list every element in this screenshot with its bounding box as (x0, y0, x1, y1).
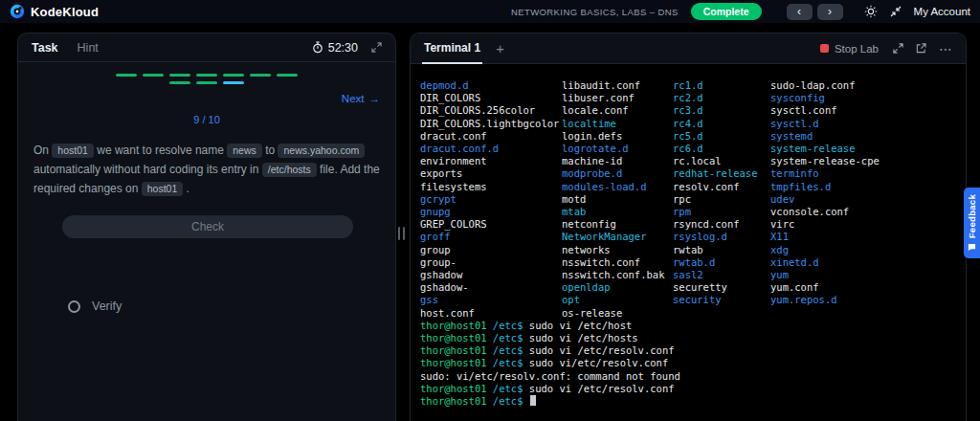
ls-entry: vconsole.conf (770, 206, 880, 218)
ls-entry: group (420, 244, 562, 256)
progress-dash (250, 74, 271, 77)
ls-entry: system-release-cpe (770, 155, 880, 167)
inline-code-chip: news.yahoo.com (278, 144, 365, 158)
ls-entry: host.conf (420, 307, 562, 320)
ls-entry: rc3.d (673, 104, 770, 117)
inline-code-chip: host01 (52, 144, 94, 158)
ls-entry: yum (770, 269, 880, 281)
ls-column: depmod.dDIR_COLORSDIR_COLORS.256colorDIR… (420, 79, 562, 320)
prev-question-button[interactable]: ‹ (787, 4, 813, 20)
progress-dash (169, 74, 190, 77)
stop-icon (820, 44, 829, 53)
arrow-right-icon: → (369, 93, 381, 104)
ls-entry: dracut.conf.d (420, 143, 562, 155)
add-terminal-button[interactable]: + (496, 40, 504, 56)
compress-icon[interactable] (890, 6, 902, 17)
ls-entry: rsyslog.d (673, 231, 770, 243)
ls-entry: sasl2 (673, 269, 770, 281)
ls-entry: openldap (562, 281, 673, 294)
brightness-icon[interactable] (864, 5, 878, 18)
ls-entry: opt (562, 294, 673, 306)
ls-entry: DIR_COLORS.256color (420, 104, 562, 117)
ls-entry: depmod.d (420, 79, 562, 92)
terminal-line: thor@host01 /etc$ sudo vi /etc/host (420, 320, 966, 332)
ls-entry: DIR_COLORS (420, 92, 562, 104)
tab-hint[interactable]: Hint (78, 41, 99, 55)
verify-radio[interactable] (68, 300, 80, 313)
task-description: On host01 we want to resolve name news t… (33, 141, 380, 198)
progress-dash (277, 74, 298, 77)
prompt-path: /etc$ (487, 383, 529, 394)
ls-entry: system-release (770, 143, 880, 155)
ls-entry: rc4.d (673, 118, 770, 130)
stop-lab-button[interactable]: Stop Lab (820, 43, 879, 55)
ls-entry: NetworkManager (562, 231, 673, 243)
ls-entry: securetty (673, 281, 770, 294)
next-question-button[interactable]: › (817, 4, 843, 20)
ls-entry: sysctl.conf (770, 104, 880, 117)
open-external-icon[interactable] (916, 43, 926, 54)
ls-entry: security (673, 294, 770, 306)
prompt-user: thor@host01 (420, 332, 487, 343)
progress-bar (105, 74, 308, 84)
ls-entry: redhat-release (673, 167, 770, 180)
ls-entry: environment (420, 155, 562, 167)
inline-code-chip: news (227, 144, 262, 158)
ls-entry: nsswitch.conf (562, 256, 673, 269)
ls-entry: rpm (673, 206, 770, 218)
ls-entry: logrotate.d (562, 143, 673, 155)
expand-terminal-icon[interactable] (893, 43, 903, 54)
my-account-link[interactable]: My Account (914, 6, 970, 17)
ls-entry: X11 (770, 231, 880, 243)
lab-timer: 52:30 (312, 41, 358, 55)
ls-column: libaudit.conflibuser.conflocale.confloca… (562, 79, 673, 320)
prompt-path: /etc$ (487, 395, 529, 407)
terminal-header: Terminal 1 + Stop Lab ⋯ (411, 33, 966, 64)
tab-task[interactable]: Task (32, 41, 58, 55)
stop-lab-label: Stop Lab (835, 43, 879, 55)
question-nav: ‹ › (787, 4, 843, 20)
terminal-tab[interactable]: Terminal 1 (422, 33, 482, 64)
ls-entry: systemd (770, 130, 880, 143)
ls-entry: rc5.d (673, 130, 770, 143)
terminal-screen[interactable]: depmod.dDIR_COLORSDIR_COLORS.256colorDIR… (411, 64, 966, 421)
feedback-tab[interactable]: Feedback (964, 188, 980, 258)
ls-entry: udev (770, 193, 880, 206)
timer-value: 52:30 (328, 41, 358, 55)
progress-dash (196, 81, 217, 84)
complete-button[interactable]: Complete (691, 3, 762, 20)
ls-entry: modprobe.d (562, 167, 673, 180)
ls-entry: virc (770, 218, 880, 231)
ls-entry: rc1.d (673, 79, 770, 92)
more-options-icon[interactable]: ⋯ (939, 44, 952, 54)
prompt-user: thor@host01 (420, 344, 487, 356)
terminal-line: thor@host01 /etc$ sudo vi/etc/resolv.con… (420, 357, 966, 369)
check-button[interactable]: Check (62, 215, 353, 238)
brand[interactable]: KodeKloud (10, 4, 99, 19)
ls-entry: rsyncd.conf (673, 218, 770, 231)
ls-entry: gnupg (420, 206, 562, 218)
next-button[interactable]: Next → (342, 93, 380, 104)
panel-resize-handle[interactable] (398, 227, 405, 240)
ls-column: sudo-ldap.confsysconfigsysctl.confsysctl… (770, 79, 880, 320)
task-panel: Task Hint 52:30 Next → (17, 33, 396, 421)
progress-section: Next → (18, 74, 395, 106)
ls-entry: gss (420, 294, 562, 306)
ls-entry: terminfo (770, 167, 880, 180)
ls-entry: rwtab.d (673, 256, 770, 269)
ls-entry: dracut.conf (420, 130, 562, 143)
prompt-path: /etc$ (487, 357, 529, 368)
inline-code-chip: host01 (142, 182, 184, 196)
ls-entry: rc6.d (673, 143, 770, 155)
ls-entry: netconfig (562, 218, 673, 231)
ls-entry: machine-id (562, 155, 673, 167)
ls-entry: resolv.conf (673, 181, 770, 193)
ls-entry: groff (420, 231, 562, 243)
terminal-line: sudo: vi/etc/resolv.conf: command not fo… (420, 370, 966, 383)
ls-entry: rc2.d (673, 92, 770, 104)
progress-dash (143, 74, 164, 77)
expand-panel-icon[interactable] (371, 42, 382, 53)
ls-entry: DIR_COLORS.lightbgcolor (420, 118, 562, 130)
ls-entry: sysctl.d (770, 118, 880, 130)
prompt-user: thor@host01 (420, 383, 487, 394)
